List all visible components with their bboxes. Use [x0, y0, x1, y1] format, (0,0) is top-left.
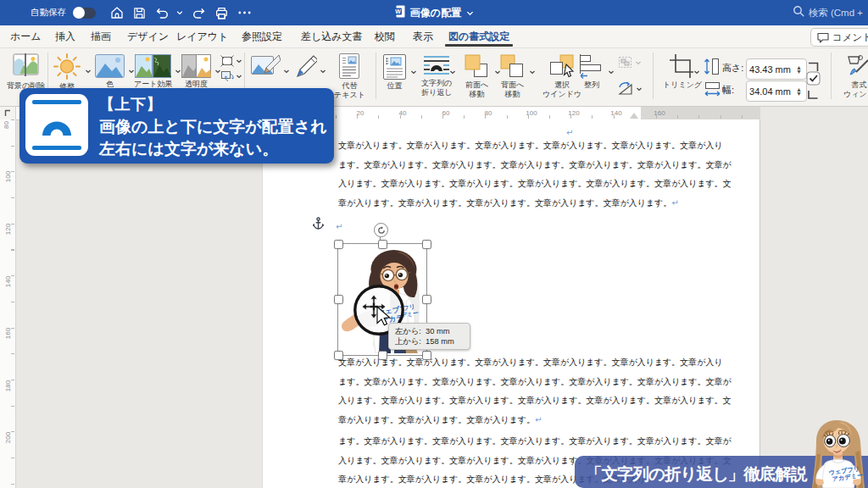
right-indent-marker[interactable]: [630, 113, 638, 119]
tab-描画[interactable]: 描画: [91, 25, 111, 47]
document-text-line[interactable]: ます。文章が入ります。文章が入ります。文章が入ります。文章が入ります。文章が入り…: [338, 160, 732, 169]
picture-style-chevron-icon[interactable]: [283, 63, 290, 78]
banner-text: 「文字列の折り返し」徹底解説: [586, 463, 806, 485]
corrections-chevron-icon[interactable]: [85, 63, 92, 78]
tab-selector[interactable]: [0, 107, 16, 120]
color-button[interactable]: 色: [95, 54, 125, 89]
tab-校閲[interactable]: 校閲: [375, 25, 395, 47]
crop-chevron-icon[interactable]: [693, 64, 700, 79]
comment-icon: [817, 32, 829, 43]
picture-border-chevron-icon[interactable]: [320, 63, 326, 78]
send-backward-button[interactable]: 背面へ移動: [499, 54, 526, 98]
rotation-handle[interactable]: [374, 223, 388, 237]
tab-差し込み文書[interactable]: 差し込み文書: [301, 25, 363, 47]
title-chevron-icon: [466, 9, 474, 17]
compress-chevron-icon: [236, 58, 242, 64]
send-backward-chevron-icon[interactable]: [529, 64, 536, 79]
wrap-top-bottom-icon: [25, 94, 88, 156]
alt-text-button[interactable]: 代替テキスト: [334, 53, 365, 99]
artistic-effects-chevron-icon[interactable]: [175, 63, 181, 78]
print-icon[interactable]: [214, 6, 229, 20]
selection-handle[interactable]: [378, 351, 387, 360]
icon-bottom-line: [32, 146, 81, 150]
redo-icon[interactable]: [192, 6, 206, 20]
picture-style-button[interactable]: [251, 53, 281, 79]
hruler-number: 80: [485, 109, 492, 117]
height-stepper[interactable]: ▲▼: [793, 65, 806, 74]
aspect-lock-checkbox[interactable]: [806, 71, 821, 89]
mascot-character: ウェブフリ アカデミー: [810, 420, 868, 488]
undo-chevron-icon[interactable]: [172, 6, 186, 20]
vruler-number: 100: [4, 171, 12, 182]
aspect-bracket-bottom-icon: [808, 88, 819, 103]
remove-background-button[interactable]: 背景の削除: [7, 53, 45, 91]
document-title[interactable]: 画像の配置: [410, 6, 461, 20]
wrap-text-button[interactable]: 文字列の折り返し: [421, 55, 452, 97]
anchor-paragraph-mark: ↵: [336, 222, 342, 231]
width-stepper[interactable]: ▲▼: [793, 87, 806, 96]
corrections-button[interactable]: 修整: [53, 53, 81, 92]
selection-handle[interactable]: [422, 240, 431, 249]
home-icon[interactable]: [109, 6, 124, 20]
search-input[interactable]: 検索 (Cmd +: [809, 7, 863, 19]
document-text-line[interactable]: 入ります。文章が入ります。文章が入ります。文章が入ります。文章が入ります。文章が…: [338, 179, 732, 188]
vruler-number: 180: [4, 380, 12, 391]
anchor-icon: [313, 217, 324, 234]
document-text-line[interactable]: 入ります。文章が入ります。文章が入ります。文章が入ります。文章が入ります。文章が…: [338, 396, 732, 405]
selection-handle[interactable]: [334, 240, 343, 249]
selection-handle[interactable]: [334, 295, 343, 304]
autosave-label: 自動保存: [31, 7, 66, 19]
position-button[interactable]: 位置: [383, 54, 406, 91]
tab-挿入[interactable]: 挿入: [55, 25, 75, 47]
width-icon: [704, 81, 721, 101]
selection-pane-button[interactable]: 選択ウインドウ: [542, 54, 581, 98]
selection-handle[interactable]: [334, 351, 343, 360]
save-icon[interactable]: [132, 6, 147, 20]
selection-handle[interactable]: [422, 295, 431, 304]
selection-handle[interactable]: [378, 240, 387, 249]
word-window: 自動保存 W: [0, 0, 868, 488]
width-input[interactable]: 34.04 mm ▲▼: [746, 80, 807, 102]
tab-ホーム[interactable]: ホーム: [10, 25, 42, 47]
document-text-line[interactable]: 文章が入ります。文章が入ります。文章が入ります。文章が入ります。文章が入ります。…: [338, 358, 722, 367]
format-pane-button[interactable]: 書式ウィント: [843, 53, 868, 98]
autosave-toggle[interactable]: [73, 8, 96, 19]
align-button[interactable]: 整列: [579, 54, 604, 90]
align-chevron-icon[interactable]: [608, 64, 615, 79]
tab-参照設定[interactable]: 参照設定: [242, 25, 282, 47]
change-picture-button[interactable]: [220, 70, 242, 82]
selection-handle[interactable]: [422, 351, 431, 360]
hruler-number: 100: [526, 109, 537, 117]
hruler-number: 20: [357, 109, 364, 117]
search-icon[interactable]: [793, 5, 804, 20]
comments-button[interactable]: コメント: [810, 28, 868, 47]
more-icon[interactable]: [237, 6, 252, 20]
hruler-number: 60: [442, 109, 450, 117]
position-chevron-icon[interactable]: [410, 64, 417, 79]
tab-図の書式設定[interactable]: 図の書式設定: [448, 25, 509, 47]
document-text-line[interactable]: ます。文章が入ります。文章が入ります。文章が入ります。文章が入ります。文章が入り…: [338, 436, 732, 446]
vruler-number: 140: [4, 276, 12, 287]
height-input[interactable]: 43.43 mm ▲▼: [746, 58, 807, 80]
document-text-line[interactable]: 章が入ります。文章が入ります。文章が入ります。文章が入ります。文章が入ります。↵: [338, 198, 679, 208]
wrap-text-chevron-icon[interactable]: [449, 64, 456, 79]
document-text-line[interactable]: ます。文章が入ります。文章が入ります。文章が入ります。文章が入ります。文章が入り…: [338, 377, 732, 386]
undo-icon[interactable]: [155, 6, 170, 20]
vertical-ruler[interactable]: 80100120140160180200: [0, 119, 16, 488]
vruler-number: 200: [4, 432, 12, 443]
transparency-button[interactable]: 透明度: [181, 54, 211, 89]
change-picture-chevron-icon: [236, 73, 242, 80]
compress-picture-button[interactable]: [220, 55, 242, 67]
tab-レイアウト[interactable]: レイアウト: [176, 25, 228, 47]
document-text-line[interactable]: 文章が入ります。文章が入ります。文章が入ります。文章が入ります。文章が入ります。…: [338, 141, 722, 150]
artistic-effects-button[interactable]: アート効果: [134, 54, 172, 89]
picture-border-button[interactable]: [292, 54, 317, 78]
callout-heading: 【上下】: [99, 94, 162, 114]
tab-デザイン[interactable]: デザイン: [127, 25, 169, 47]
rotate-button[interactable]: [617, 81, 643, 97]
bring-forward-button[interactable]: 前面へ移動: [464, 54, 490, 98]
document-text-line[interactable]: 章が入ります。文章が入ります。文章が入ります。↵: [338, 415, 542, 424]
hruler-number: 40: [399, 109, 407, 117]
tab-表示[interactable]: 表示: [413, 25, 433, 47]
ribbon-tab-bar: ホーム挿入描画デザインレイアウト参照設定差し込み文書校閲表示図の書式設定 コメン…: [0, 25, 868, 48]
